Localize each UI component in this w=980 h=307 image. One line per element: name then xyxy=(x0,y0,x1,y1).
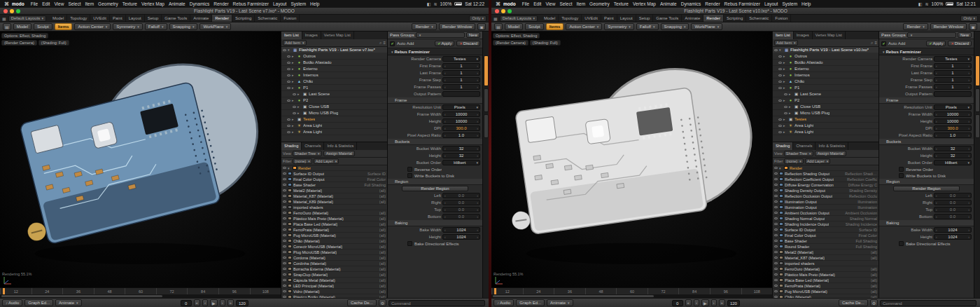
layout-grid-icon[interactable]: ▦ xyxy=(493,16,498,21)
visibility-eye-icon[interactable] xyxy=(774,268,778,270)
numeric-field[interactable]: ‹10000› xyxy=(442,111,480,117)
discard-button[interactable]: ✕Discard xyxy=(948,41,972,46)
visibility-eye-icon[interactable] xyxy=(287,68,290,70)
numeric-field[interactable]: ‹32› xyxy=(442,153,480,158)
checkbox-row[interactable]: Reverse Order xyxy=(879,166,974,172)
command-input[interactable]: Command xyxy=(388,300,485,306)
numeric-field[interactable]: ‹32› xyxy=(934,153,972,158)
bucket-order-dropdown[interactable]: Hilbert▾ xyxy=(934,160,972,165)
close-window-button[interactable] xyxy=(4,9,8,13)
new-pass-group-button[interactable]: New xyxy=(466,32,480,38)
numeric-field[interactable]: ‹0.0› xyxy=(934,193,972,198)
visibility-eye-icon[interactable] xyxy=(287,131,290,133)
visibility-eye-icon[interactable] xyxy=(283,228,286,231)
visibility-eye-icon[interactable] xyxy=(283,245,286,247)
play-button[interactable]: ▶ xyxy=(701,299,709,306)
visibility-eye-icon[interactable] xyxy=(774,212,778,214)
shader-tree-row[interactable]: imported shaders xyxy=(773,261,878,266)
baking-section-header[interactable]: Baking xyxy=(879,220,974,226)
numeric-field[interactable]: ‹1024› xyxy=(934,227,972,233)
visibility-eye-icon[interactable] xyxy=(774,290,778,292)
visibility-eye-icon[interactable] xyxy=(774,240,778,242)
timeline-ruler[interactable]: 1224364860728496108 xyxy=(491,287,772,294)
layout-tab[interactable]: Game Tools xyxy=(653,15,682,22)
apply-button[interactable]: ✔Apply xyxy=(435,41,454,46)
item-list-row[interactable]: ▸ ● P2 xyxy=(773,97,878,104)
itemlist-tab[interactable]: Item List xyxy=(773,32,794,39)
item-list-row[interactable]: ▸ ● P1 xyxy=(773,85,878,91)
menubar-item[interactable]: Item xyxy=(574,1,587,6)
numeric-field[interactable]: ‹32› xyxy=(442,146,480,151)
layout-tab[interactable]: Paint xyxy=(601,15,617,22)
visibility-eye-icon[interactable] xyxy=(778,81,782,83)
start-frame-field[interactable]: 0 xyxy=(672,300,683,306)
vertical-tab[interactable] xyxy=(484,114,489,138)
timeline-ruler[interactable]: 1224364860728496108 xyxy=(0,287,281,294)
auto-add-checkbox[interactable]: ✔ xyxy=(881,41,886,46)
timeline-scrollbar-thumb[interactable] xyxy=(1,295,162,297)
viewport-shading-label[interactable]: (Shading: Full) xyxy=(38,40,69,46)
shader-tree-row[interactable]: Vidro (Material) (all) xyxy=(281,289,387,294)
visibility-eye-icon[interactable] xyxy=(293,106,296,108)
visibility-eye-icon[interactable] xyxy=(293,112,296,114)
item-list-row[interactable]: ▸ ● Outros xyxy=(281,53,387,60)
menubar-item[interactable]: File xyxy=(29,1,40,6)
checkbox-row[interactable]: Write Buckets to Disk xyxy=(879,172,974,179)
add-layer-dropdown[interactable]: Add Layer▾ xyxy=(805,158,831,164)
shader-tree-row[interactable]: Reflection Occlusion Output Reflection O… xyxy=(773,193,878,199)
item-list-row[interactable]: ▸ ● P1 xyxy=(281,85,387,91)
viewport-options-dropdown[interactable]: Options: Effect, Shading xyxy=(1,33,48,39)
baking-section-header[interactable]: Baking xyxy=(388,220,482,226)
checkbox-row[interactable]: Reverse Order xyxy=(388,166,482,172)
output-pattern-field[interactable] xyxy=(934,91,972,97)
layout-tab[interactable]: UVEdit xyxy=(90,15,110,22)
zoom-window-button[interactable] xyxy=(16,9,20,13)
visibility-eye-icon[interactable] xyxy=(287,87,290,89)
shader-tree-row[interactable]: FerroOuro (Material) (all) xyxy=(281,210,387,216)
shader-tree-row[interactable]: Conectr MicroUSB (Material) (all) xyxy=(281,244,387,250)
add-item-dropdown[interactable]: Add Item▾ xyxy=(774,40,798,46)
checkbox[interactable] xyxy=(899,167,904,172)
go-end-button[interactable]: » xyxy=(227,299,234,306)
numeric-field[interactable]: ‹0.0› xyxy=(934,207,972,212)
menubar-item[interactable]: Select xyxy=(557,1,574,6)
items-mode-button[interactable]: Items xyxy=(55,23,73,30)
checkbox[interactable] xyxy=(407,241,412,246)
visibility-eye-icon[interactable] xyxy=(774,245,778,247)
render-dropdown[interactable]: Render▾ xyxy=(903,23,927,30)
end-frame-field[interactable]: 120 xyxy=(727,300,740,306)
buckets-section-header[interactable]: Buckets xyxy=(388,139,482,145)
viewport-settings-icon[interactable]: ▣ xyxy=(969,23,977,30)
item-list-row[interactable]: ▸ ● Externo xyxy=(773,66,878,72)
numeric-field[interactable]: ‹1› xyxy=(442,77,480,83)
shading-tab[interactable]: Channels xyxy=(302,142,324,150)
item-list-row[interactable]: ▸ ▣ Last Scene xyxy=(281,91,387,97)
item-list-row[interactable]: ▸ ☀ Area Light xyxy=(773,123,878,129)
go-start-button[interactable]: « xyxy=(194,299,200,306)
wifi-icon[interactable]: ≋ xyxy=(925,1,929,6)
rebus-farminizer-section-header[interactable]: ▾ Rebus Farminizer xyxy=(879,48,974,55)
visibility-eye-icon[interactable] xyxy=(283,178,286,180)
render-window-button[interactable]: Render Window xyxy=(930,23,967,30)
item-list-row[interactable]: ▸ ▣ Last Scene xyxy=(773,91,878,97)
menubar-item[interactable]: Render xyxy=(211,1,230,6)
visibility-eye-icon[interactable] xyxy=(774,195,778,197)
shader-filter-dropdown[interactable]: (none)▾ xyxy=(293,158,312,164)
shader-tree-row[interactable]: Plug MicroUSB (Material) (all) xyxy=(281,250,387,255)
output-pattern-field[interactable] xyxy=(442,91,480,97)
numeric-field[interactable]: ‹10000› xyxy=(934,111,972,117)
item-list-row[interactable]: ▸ ● P2 xyxy=(281,97,387,104)
step-back-button[interactable]: ‹ xyxy=(202,299,208,306)
shader-tree-row[interactable]: Pug MicroUSB (Material) (all) xyxy=(773,289,878,294)
visibility-eye-icon[interactable] xyxy=(774,167,778,169)
shader-tree-row[interactable]: FerroPrata (Material) (all) xyxy=(773,283,878,289)
visibility-eye-icon[interactable] xyxy=(283,189,286,191)
window-titlebar[interactable]: Flashlight Parts V19 - Last Scene v7.lxo… xyxy=(0,8,489,15)
item-list-row[interactable]: ▸ ☀ Area Light xyxy=(281,123,387,129)
visibility-eye-icon[interactable] xyxy=(287,125,290,127)
layout-tab[interactable]: Animate xyxy=(190,15,212,22)
render-camera-dropdown[interactable]: Testes▾ xyxy=(442,56,480,62)
visibility-eye-icon[interactable] xyxy=(283,49,286,51)
shader-tree-row[interactable]: Metal2 (Material) (all) xyxy=(281,188,387,193)
numeric-field[interactable]: ‹300.0› xyxy=(934,125,972,131)
